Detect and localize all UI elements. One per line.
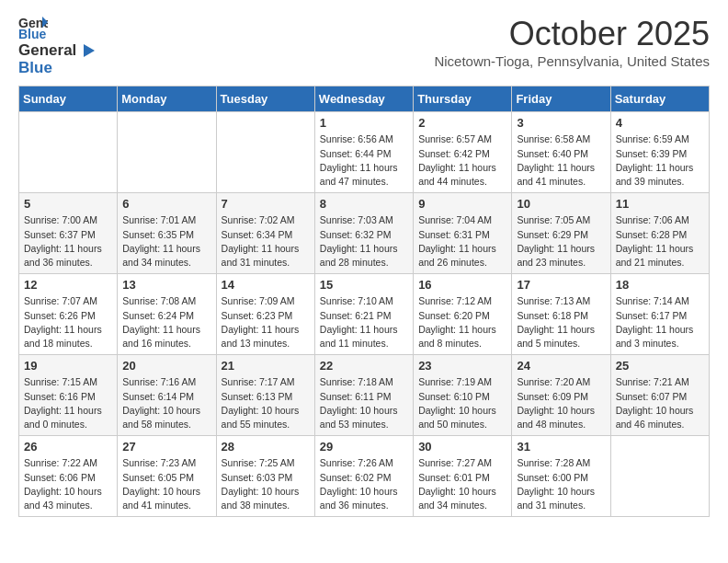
day-number: 22 <box>320 359 408 373</box>
day-number: 30 <box>418 440 506 454</box>
day-number: 21 <box>222 359 310 373</box>
column-header-sunday: Sunday <box>19 86 118 112</box>
logo: General Blue General Blue <box>18 15 97 76</box>
calendar-cell: 7Sunrise: 7:02 AM Sunset: 6:34 PM Daylig… <box>216 193 314 274</box>
day-info: Sunrise: 7:23 AM Sunset: 6:05 PM Dayligh… <box>122 456 210 512</box>
day-number: 8 <box>320 197 408 211</box>
calendar-cell: 2Sunrise: 6:57 AM Sunset: 6:42 PM Daylig… <box>414 112 512 193</box>
calendar-cell: 8Sunrise: 7:03 AM Sunset: 6:32 PM Daylig… <box>314 193 413 274</box>
day-info: Sunrise: 7:05 AM Sunset: 6:29 PM Dayligh… <box>517 213 605 270</box>
calendar-cell: 1Sunrise: 6:56 AM Sunset: 6:44 PM Daylig… <box>314 112 413 193</box>
calendar-cell <box>610 436 709 517</box>
day-info: Sunrise: 7:07 AM Sunset: 6:26 PM Dayligh… <box>24 294 112 350</box>
day-number: 13 <box>122 278 210 292</box>
day-number: 19 <box>24 359 112 373</box>
calendar-cell: 28Sunrise: 7:25 AM Sunset: 6:03 PM Dayli… <box>216 436 314 517</box>
column-header-friday: Friday <box>512 86 610 112</box>
day-number: 23 <box>418 359 506 373</box>
day-number: 10 <box>517 197 605 211</box>
day-info: Sunrise: 7:10 AM Sunset: 6:21 PM Dayligh… <box>320 294 408 350</box>
calendar-cell: 24Sunrise: 7:20 AM Sunset: 6:09 PM Dayli… <box>512 355 610 436</box>
day-info: Sunrise: 7:19 AM Sunset: 6:10 PM Dayligh… <box>418 375 506 431</box>
calendar-cell: 20Sunrise: 7:16 AM Sunset: 6:14 PM Dayli… <box>118 355 216 436</box>
day-info: Sunrise: 7:28 AM Sunset: 6:00 PM Dayligh… <box>517 456 605 512</box>
calendar-cell: 12Sunrise: 7:07 AM Sunset: 6:26 PM Dayli… <box>19 274 118 355</box>
day-number: 2 <box>418 116 506 130</box>
day-number: 9 <box>418 197 506 211</box>
day-number: 12 <box>24 278 112 292</box>
day-number: 24 <box>517 359 605 373</box>
day-number: 4 <box>616 116 704 130</box>
day-number: 28 <box>222 440 310 454</box>
calendar-cell: 19Sunrise: 7:15 AM Sunset: 6:16 PM Dayli… <box>19 355 118 436</box>
day-number: 16 <box>418 278 506 292</box>
day-info: Sunrise: 7:01 AM Sunset: 6:35 PM Dayligh… <box>122 213 210 270</box>
calendar-cell: 27Sunrise: 7:23 AM Sunset: 6:05 PM Dayli… <box>118 436 216 517</box>
day-number: 1 <box>320 116 408 130</box>
logo-arrow-icon <box>80 42 97 59</box>
calendar-cell: 29Sunrise: 7:26 AM Sunset: 6:02 PM Dayli… <box>314 436 413 517</box>
day-number: 27 <box>122 440 210 454</box>
svg-text:Blue: Blue <box>18 27 47 40</box>
day-info: Sunrise: 7:21 AM Sunset: 6:07 PM Dayligh… <box>616 375 704 431</box>
month-title: October 2025 <box>434 15 710 53</box>
day-info: Sunrise: 6:59 AM Sunset: 6:39 PM Dayligh… <box>616 132 704 189</box>
day-info: Sunrise: 7:22 AM Sunset: 6:06 PM Dayligh… <box>24 456 112 512</box>
day-info: Sunrise: 7:17 AM Sunset: 6:13 PM Dayligh… <box>222 375 310 431</box>
day-info: Sunrise: 7:18 AM Sunset: 6:11 PM Dayligh… <box>320 375 408 431</box>
calendar-cell: 14Sunrise: 7:09 AM Sunset: 6:23 PM Dayli… <box>216 274 314 355</box>
day-info: Sunrise: 7:15 AM Sunset: 6:16 PM Dayligh… <box>24 375 112 431</box>
day-info: Sunrise: 7:20 AM Sunset: 6:09 PM Dayligh… <box>517 375 605 431</box>
calendar-cell <box>216 112 314 193</box>
day-info: Sunrise: 7:08 AM Sunset: 6:24 PM Dayligh… <box>122 294 210 350</box>
day-info: Sunrise: 7:06 AM Sunset: 6:28 PM Dayligh… <box>616 213 704 270</box>
page-header: General Blue General Blue October 2025 N… <box>18 15 710 76</box>
calendar-cell: 23Sunrise: 7:19 AM Sunset: 6:10 PM Dayli… <box>414 355 512 436</box>
day-info: Sunrise: 7:02 AM Sunset: 6:34 PM Dayligh… <box>222 213 310 270</box>
calendar-cell: 31Sunrise: 7:28 AM Sunset: 6:00 PM Dayli… <box>512 436 610 517</box>
calendar-cell: 5Sunrise: 7:00 AM Sunset: 6:37 PM Daylig… <box>19 193 118 274</box>
calendar-week-row: 19Sunrise: 7:15 AM Sunset: 6:16 PM Dayli… <box>19 355 710 436</box>
calendar-cell: 21Sunrise: 7:17 AM Sunset: 6:13 PM Dayli… <box>216 355 314 436</box>
column-header-saturday: Saturday <box>610 86 709 112</box>
calendar-cell: 18Sunrise: 7:14 AM Sunset: 6:17 PM Dayli… <box>610 274 709 355</box>
calendar-cell: 26Sunrise: 7:22 AM Sunset: 6:06 PM Dayli… <box>19 436 118 517</box>
calendar-cell: 16Sunrise: 7:12 AM Sunset: 6:20 PM Dayli… <box>414 274 512 355</box>
day-info: Sunrise: 7:03 AM Sunset: 6:32 PM Dayligh… <box>320 213 408 270</box>
day-info: Sunrise: 6:56 AM Sunset: 6:44 PM Dayligh… <box>320 132 408 189</box>
day-info: Sunrise: 7:12 AM Sunset: 6:20 PM Dayligh… <box>418 294 506 350</box>
column-header-monday: Monday <box>118 86 216 112</box>
day-number: 26 <box>24 440 112 454</box>
day-number: 20 <box>122 359 210 373</box>
day-number: 14 <box>222 278 310 292</box>
calendar-cell <box>118 112 216 193</box>
column-header-thursday: Thursday <box>414 86 512 112</box>
title-block: October 2025 Nicetown-Tioga, Pennsylvani… <box>434 15 710 69</box>
logo-blue-text: Blue <box>18 60 97 77</box>
day-number: 15 <box>320 278 408 292</box>
logo-general-text: General <box>18 42 76 60</box>
calendar-cell: 22Sunrise: 7:18 AM Sunset: 6:11 PM Dayli… <box>314 355 413 436</box>
day-info: Sunrise: 7:00 AM Sunset: 6:37 PM Dayligh… <box>24 213 112 270</box>
calendar-week-row: 26Sunrise: 7:22 AM Sunset: 6:06 PM Dayli… <box>19 436 710 517</box>
calendar-cell <box>19 112 118 193</box>
calendar-cell: 9Sunrise: 7:04 AM Sunset: 6:31 PM Daylig… <box>414 193 512 274</box>
calendar-cell: 3Sunrise: 6:58 AM Sunset: 6:40 PM Daylig… <box>512 112 610 193</box>
day-info: Sunrise: 7:25 AM Sunset: 6:03 PM Dayligh… <box>222 456 310 512</box>
column-header-wednesday: Wednesday <box>314 86 413 112</box>
day-number: 25 <box>616 359 704 373</box>
location-text: Nicetown-Tioga, Pennsylvania, United Sta… <box>434 53 710 69</box>
day-info: Sunrise: 7:04 AM Sunset: 6:31 PM Dayligh… <box>418 213 506 270</box>
day-number: 7 <box>222 197 310 211</box>
calendar-week-row: 12Sunrise: 7:07 AM Sunset: 6:26 PM Dayli… <box>19 274 710 355</box>
calendar-cell: 6Sunrise: 7:01 AM Sunset: 6:35 PM Daylig… <box>118 193 216 274</box>
day-number: 6 <box>122 197 210 211</box>
calendar-cell: 13Sunrise: 7:08 AM Sunset: 6:24 PM Dayli… <box>118 274 216 355</box>
calendar-week-row: 1Sunrise: 6:56 AM Sunset: 6:44 PM Daylig… <box>19 112 710 193</box>
day-number: 31 <box>517 440 605 454</box>
day-info: Sunrise: 7:09 AM Sunset: 6:23 PM Dayligh… <box>222 294 310 350</box>
calendar-cell: 25Sunrise: 7:21 AM Sunset: 6:07 PM Dayli… <box>610 355 709 436</box>
day-number: 18 <box>616 278 704 292</box>
day-info: Sunrise: 7:26 AM Sunset: 6:02 PM Dayligh… <box>320 456 408 512</box>
day-info: Sunrise: 6:57 AM Sunset: 6:42 PM Dayligh… <box>418 132 506 189</box>
